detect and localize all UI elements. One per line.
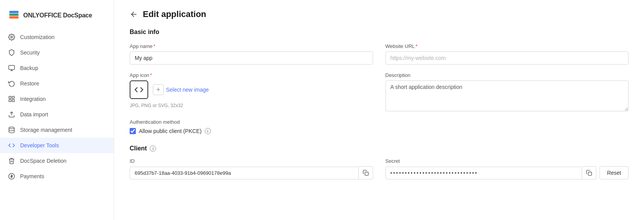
icon-hint: JPG, PNG or SVG, 32x32: [130, 103, 373, 108]
svg-rect-4: [9, 65, 15, 70]
svg-rect-8: [9, 100, 11, 102]
client-id-label: ID: [130, 158, 373, 164]
svg-rect-13: [365, 172, 368, 176]
import-icon: [8, 111, 15, 118]
sidebar-item-docspace-deletion[interactable]: DocSpace Deletion: [0, 153, 114, 169]
sidebar-item-label: Data import: [20, 111, 48, 118]
client-id-input-wrap: [130, 166, 373, 179]
svg-rect-0: [9, 16, 19, 19]
app-name-label: App name*: [130, 43, 373, 49]
trash-icon: [8, 157, 15, 165]
description-label: Description: [385, 72, 629, 78]
sidebar: ONLYOFFICE DocSpace Customization Securi…: [0, 0, 114, 220]
sidebar-item-customization[interactable]: Customization: [0, 29, 114, 45]
sidebar-item-label: Customization: [20, 34, 55, 40]
client-secret-dots: ••••••••••••••••••••••••••••••: [385, 167, 582, 179]
backup-icon: [8, 64, 15, 72]
onlyoffice-logo-icon: [8, 9, 20, 22]
sidebar-item-label: Payments: [20, 173, 44, 179]
storage-icon: [8, 126, 15, 134]
sidebar-item-label: Backup: [20, 65, 38, 71]
svg-rect-7: [12, 100, 14, 102]
sidebar-item-data-import[interactable]: Data import: [0, 107, 114, 122]
sidebar-item-restore[interactable]: Restore: [0, 76, 114, 91]
sidebar-item-label: Storage management: [20, 127, 72, 133]
select-image-button[interactable]: + Select new image: [153, 84, 209, 95]
payments-icon: [8, 172, 15, 180]
svg-rect-2: [9, 11, 19, 13]
logo: ONLYOFFICE DocSpace: [0, 6, 114, 29]
client-section: Client i ID Secret: [130, 145, 629, 179]
client-id-input[interactable]: [130, 167, 359, 179]
copy-secret-button[interactable]: [582, 166, 596, 179]
svg-rect-14: [588, 172, 592, 176]
sidebar-item-label: Restore: [20, 80, 39, 87]
sidebar-item-integration[interactable]: Integration: [0, 91, 114, 107]
svg-point-3: [11, 36, 13, 38]
website-url-label: Website URL*: [385, 43, 629, 49]
client-secret-label: Secret: [385, 158, 629, 164]
icon-area: + Select new image: [130, 80, 373, 99]
website-url-group: Website URL*: [385, 43, 629, 65]
client-id-group: ID: [130, 158, 373, 179]
auth-method-section: Authentication method Allow public clien…: [130, 119, 629, 134]
restore-icon: [8, 80, 15, 87]
client-section-title: Client i: [130, 145, 629, 152]
gear-icon: [8, 33, 15, 41]
sidebar-item-payments[interactable]: Payments: [0, 169, 114, 184]
app-icon-label: App icon*: [130, 72, 373, 78]
client-row: ID Secret ••••••••••••••••••••••••••••••: [130, 158, 629, 179]
sidebar-item-developer-tools[interactable]: Developer Tools: [0, 138, 114, 153]
client-secret-group: Secret •••••••••••••••••••••••••••••• Re…: [385, 158, 629, 179]
svg-point-10: [9, 127, 14, 129]
sidebar-item-label: DocSpace Deletion: [20, 158, 67, 164]
svg-rect-5: [9, 96, 11, 98]
form-row-1: App name* Website URL*: [130, 43, 629, 65]
integration-icon: [8, 95, 15, 103]
sidebar-item-storage-management[interactable]: Storage management: [0, 122, 114, 138]
website-url-required: *: [416, 43, 418, 49]
app-icon-required: *: [150, 72, 152, 78]
basic-info-section: Basic info App name* Website URL* App ic…: [130, 29, 629, 179]
basic-info-title: Basic info: [130, 29, 629, 36]
svg-rect-6: [12, 96, 14, 98]
page-header: Edit application: [130, 9, 629, 19]
sidebar-item-label: Integration: [20, 96, 46, 102]
reset-button[interactable]: Reset: [599, 166, 629, 179]
copy-id-button[interactable]: [359, 166, 373, 179]
select-image-text: Select new image: [166, 87, 209, 93]
logo-text: ONLYOFFICE DocSpace: [23, 12, 92, 19]
website-url-input[interactable]: [385, 51, 629, 65]
sidebar-item-security[interactable]: Security: [0, 45, 114, 60]
pkce-checkbox-row: Allow public client (PKCE) i: [130, 128, 629, 134]
svg-rect-1: [9, 14, 19, 16]
sidebar-item-label: Security: [20, 49, 40, 56]
shield-icon: [8, 49, 15, 56]
client-secret-input-wrap: •••••••••••••••••••••••••••••• Reset: [385, 166, 629, 179]
pkce-checkbox[interactable]: [130, 128, 136, 134]
plus-icon: +: [153, 84, 164, 95]
app-name-required: *: [153, 43, 155, 49]
back-button[interactable]: [130, 10, 138, 19]
pkce-info-icon[interactable]: i: [205, 128, 211, 134]
description-group: Description A short application descript…: [385, 72, 629, 111]
app-icon-preview: [130, 80, 148, 99]
sidebar-item-label: Developer Tools: [20, 142, 59, 148]
app-icon-group: App icon* + Select new image JPG, PNG or…: [130, 72, 373, 111]
main-content: Edit application Basic info App name* We…: [114, 0, 644, 220]
client-info-icon[interactable]: i: [150, 145, 156, 152]
developer-icon: [8, 142, 15, 149]
app-name-group: App name*: [130, 43, 373, 65]
page-title: Edit application: [143, 9, 206, 19]
app-name-input[interactable]: [130, 51, 373, 65]
description-input[interactable]: A short application description: [385, 80, 629, 111]
auth-method-label: Authentication method: [130, 119, 629, 125]
sidebar-nav: Customization Security Backup Restore In: [0, 29, 114, 184]
sidebar-item-backup[interactable]: Backup: [0, 60, 114, 76]
form-row-2: App icon* + Select new image JPG, PNG or…: [130, 72, 629, 111]
pkce-label[interactable]: Allow public client (PKCE): [139, 128, 202, 134]
